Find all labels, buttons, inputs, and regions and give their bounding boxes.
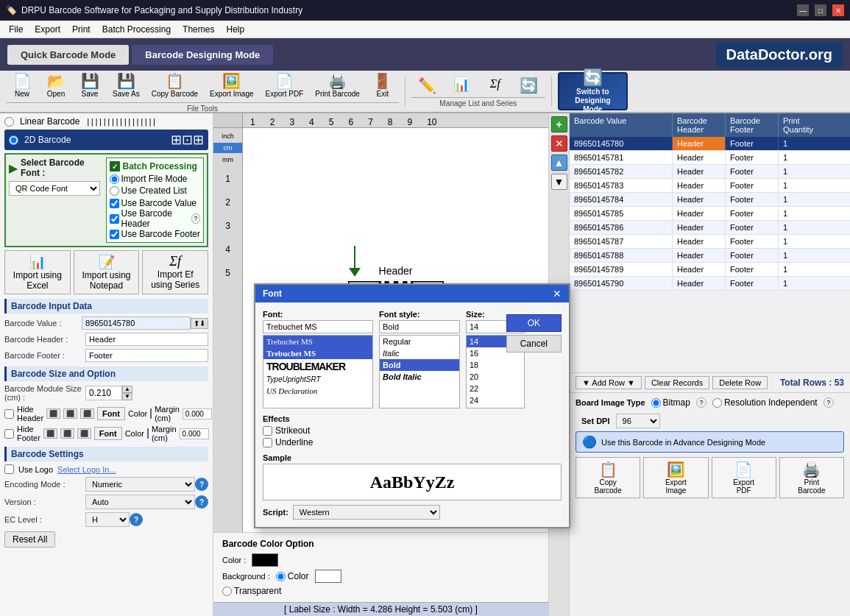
print-barcode-action-btn[interactable]: 🖨️ PrintBarcode [779, 457, 844, 498]
switch-mode-btn[interactable]: 🔄 Switch to Designing Mode [558, 72, 628, 110]
clear-records-btn[interactable]: Clear Records [645, 376, 709, 389]
table-row[interactable]: 89650145787 Header Footer 1 [570, 235, 850, 249]
table-row[interactable]: 89650145780 Header Footer 1 [570, 137, 850, 151]
table-row[interactable]: 89650145781 Header Footer 1 [570, 151, 850, 165]
select-logo-link[interactable]: Select Logo In... [57, 465, 116, 474]
table-row[interactable]: 89650145788 Header Footer 1 [570, 249, 850, 263]
move-down-btn[interactable]: ▼ [551, 174, 567, 190]
size-20[interactable]: 20 [467, 371, 524, 383]
barcode-value-input[interactable] [82, 316, 191, 330]
font-select[interactable]: QR Code Font [9, 181, 100, 196]
resolution-radio[interactable] [712, 398, 722, 408]
print-barcode-btn[interactable]: 🖨️Print Barcode [310, 71, 365, 101]
menu-export[interactable]: Export [29, 23, 66, 36]
size-18[interactable]: 18 [467, 359, 524, 371]
copy-barcode-btn[interactable]: 📋Copy Barcode [146, 71, 203, 101]
add-record-btn[interactable]: + [551, 116, 567, 132]
module-size-up[interactable]: ▲ [122, 386, 132, 393]
linear-radio[interactable] [4, 117, 14, 127]
version-select[interactable]: Auto [85, 495, 195, 509]
header-help-btn[interactable]: ? [191, 213, 200, 224]
menu-themes[interactable]: Themes [177, 23, 220, 36]
manage-btn-2[interactable]: 📊 [445, 75, 478, 96]
import-excel-btn[interactable]: 📊 Import using Excel [4, 250, 71, 294]
style-italic[interactable]: Italic [380, 347, 459, 359]
manage-btn-4[interactable]: 🔄 [513, 75, 545, 96]
close-btn[interactable]: ✕ [832, 4, 844, 16]
window-controls[interactable]: — □ ✕ [797, 4, 844, 16]
use-barcode-value-check[interactable] [110, 199, 119, 208]
export-pdf-action-btn[interactable]: 📄 ExportPDF [712, 457, 776, 498]
size-22[interactable]: 22 [467, 383, 524, 394]
font-dialog-close-btn[interactable]: ✕ [553, 288, 562, 300]
advance-design-btn[interactable]: 🔵 Use this Barcode in Advance Designing … [575, 431, 844, 453]
encoding-info-btn[interactable]: ? [195, 478, 208, 491]
footer-align-right[interactable]: ⬛ [77, 428, 91, 439]
save-as-btn[interactable]: 💾Save As [107, 71, 145, 101]
module-size-down[interactable]: ▼ [122, 393, 132, 400]
size-26[interactable]: 26 [467, 406, 524, 408]
manage-btn-3[interactable]: Σf [479, 75, 511, 96]
reset-all-btn[interactable]: Reset All [4, 531, 55, 548]
font-name-input[interactable] [263, 320, 373, 333]
font-item-troublemaker[interactable]: TROUBLEMAKER [263, 359, 372, 374]
menu-help[interactable]: Help [220, 23, 250, 36]
header-margin-input[interactable] [183, 408, 212, 419]
quick-barcode-mode-btn[interactable]: Quick Barcode Mode [7, 45, 129, 65]
header-align-left[interactable]: ⬛ [46, 408, 60, 419]
version-info-btn[interactable]: ? [195, 495, 208, 509]
script-select[interactable]: Western [293, 505, 440, 520]
use-barcode-header-check[interactable] [110, 214, 119, 224]
font-item-trebuchet[interactable]: Trebuchet MS [263, 336, 372, 347]
footer-color-box[interactable] [147, 428, 149, 439]
unit-inch[interactable]: inch [220, 131, 235, 141]
strikeout-check[interactable] [263, 426, 272, 436]
style-bold[interactable]: Bold [380, 359, 459, 371]
2d-radio[interactable] [9, 135, 18, 145]
encoding-select[interactable]: Numeric [85, 477, 195, 492]
footer-margin-input[interactable] [180, 428, 209, 439]
menu-print[interactable]: Print [66, 23, 96, 36]
save-btn[interactable]: 💾Save [74, 71, 106, 101]
use-logo-check[interactable] [4, 464, 14, 474]
barcode-value-arrows[interactable]: ⬆⬇ [191, 318, 208, 329]
table-row[interactable]: 89650145784 Header Footer 1 [570, 193, 850, 207]
font-item-typeuprights[interactable]: TypeUprightSRT [263, 374, 372, 385]
maximize-btn[interactable]: □ [815, 4, 826, 16]
module-size-input[interactable] [85, 386, 122, 400]
dpi-select[interactable]: 96 [616, 414, 660, 428]
table-row[interactable]: 89650145790 Header Footer 1 [570, 277, 850, 291]
footer-font-btn[interactable]: Font [94, 427, 122, 440]
background-color-box[interactable] [315, 570, 341, 583]
bitmap-help-btn[interactable]: ? [696, 397, 706, 408]
style-bold-italic[interactable]: Bold Italic [380, 371, 459, 383]
import-notepad-btn[interactable]: 📝 Import using Notepad [74, 250, 140, 294]
export-pdf-btn[interactable]: 📄Export PDF [261, 71, 309, 101]
menu-file[interactable]: File [3, 23, 29, 36]
bgcolor-transparent-radio[interactable] [222, 587, 232, 596]
font-name-listbox[interactable]: Trebuchet MS Trebuchet MS TROUBLEMAKER T… [263, 335, 373, 408]
new-btn[interactable]: 📄New [6, 71, 38, 101]
header-align-center[interactable]: ⬛ [63, 408, 77, 419]
header-color-box[interactable] [150, 408, 152, 419]
use-created-radio[interactable] [110, 186, 119, 196]
hide-header-check[interactable] [4, 409, 14, 419]
delete-record-btn[interactable]: ✕ [551, 135, 567, 152]
ec-level-info-btn[interactable]: ? [130, 513, 143, 526]
table-row[interactable]: 89650145783 Header Footer 1 [570, 179, 850, 193]
ec-level-select[interactable]: H [85, 512, 130, 527]
open-btn[interactable]: 📂Open [40, 71, 72, 101]
table-row[interactable]: 89650145789 Header Footer 1 [570, 263, 850, 277]
table-row[interactable]: 89650145786 Header Footer 1 [570, 221, 850, 235]
delete-row-btn[interactable]: Delete Row [712, 376, 768, 389]
copy-barcode-action-btn[interactable]: 📋 CopyBarcode [575, 457, 640, 498]
import-series-btn[interactable]: Σf Import Ef using Series [142, 250, 208, 294]
manage-btn-1[interactable]: ✏️ [411, 75, 444, 96]
font-style-input[interactable] [379, 320, 460, 333]
font-ok-btn[interactable]: OK [506, 314, 562, 332]
barcode-header-input[interactable] [85, 333, 208, 346]
add-row-btn[interactable]: ▼ Add Row ▼ [575, 376, 642, 389]
table-row[interactable]: 89650145785 Header Footer 1 [570, 207, 850, 221]
bitmap-radio[interactable] [651, 398, 661, 408]
barcode-footer-input[interactable] [85, 349, 208, 362]
